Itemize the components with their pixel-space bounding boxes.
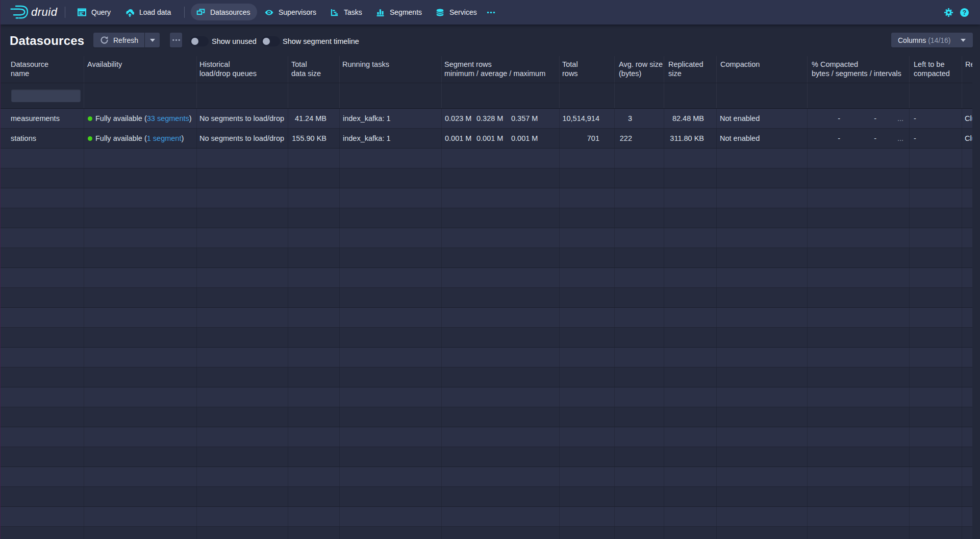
svg-text:?: ? [963, 9, 967, 16]
